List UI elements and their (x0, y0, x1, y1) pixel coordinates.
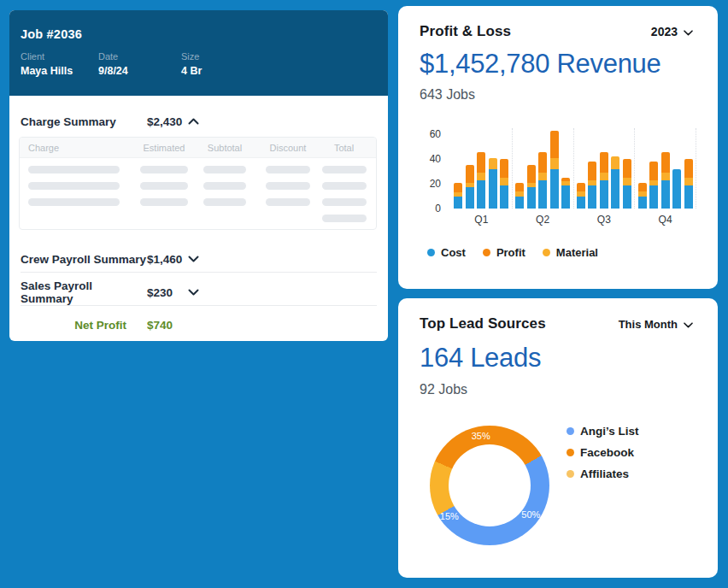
skeleton-cell (320, 198, 367, 206)
dashboard-page: Job #2036 Client Maya Hills Date 9/8/24 … (0, 0, 728, 588)
skeleton-cell (194, 166, 255, 173)
job-field-size: Size 4 Br (181, 51, 202, 77)
period-dropdown[interactable]: This Month (619, 318, 693, 331)
chevron-down-icon[interactable] (188, 289, 199, 296)
stacked-bar (538, 152, 547, 209)
bar-segment-cost (661, 180, 670, 209)
stacked-bar (577, 183, 585, 209)
bar-segment-material (477, 173, 485, 180)
sales-payroll-value: $230 (147, 286, 186, 299)
job-fields: Client Maya Hills Date 9/8/24 Size 4 Br (21, 51, 376, 77)
legend-label: Facebook (580, 446, 634, 459)
stacked-bar (527, 165, 536, 209)
stacked-bar (477, 152, 485, 209)
skeleton-cell (194, 215, 255, 222)
legend-label: Material (556, 246, 598, 259)
skeleton-cell (255, 215, 320, 222)
period-dropdown-value: This Month (619, 318, 678, 331)
net-profit-row: Net Profit $740 (21, 313, 377, 337)
divider (21, 272, 377, 273)
stacked-bar (588, 162, 596, 209)
lead-sources-donut-chart: 50%15%35% (430, 426, 549, 545)
bar-segment-cost (454, 197, 462, 209)
crew-payroll-row[interactable]: Crew Payroll Summary $1,460 (21, 247, 377, 271)
donut-slice-label: 50% (521, 509, 540, 520)
lead-sources-header: Top Lead Sources This Month (398, 298, 718, 332)
skeleton-cell (28, 182, 134, 190)
skeleton-cell (320, 166, 367, 173)
size-label: Size (181, 51, 202, 62)
bar-segment-profit (577, 183, 585, 191)
x-axis-label: Q1 (451, 214, 512, 226)
skeleton-pill (203, 198, 246, 206)
job-field-date: Date 9/8/24 (98, 51, 181, 77)
skeleton-pill (266, 166, 310, 173)
bar-segment-cost (515, 197, 524, 209)
bar-segment-cost (649, 185, 658, 209)
bar-segment-material (684, 178, 693, 185)
chevron-down-icon[interactable] (188, 256, 199, 262)
bar-segment-profit (661, 152, 670, 173)
skeleton-pill (322, 215, 367, 222)
charge-table-skeleton: Charge Estimated Subtotal Discount Total (19, 137, 377, 230)
stacked-bar (672, 169, 681, 209)
bar-segment-profit (588, 162, 596, 180)
stacked-bar (638, 183, 647, 209)
skeleton-cell (194, 198, 255, 206)
legend-item-angi-s-list: Angi’s List (567, 425, 639, 438)
legend-dot-icon (567, 449, 574, 456)
bar-segment-material (489, 158, 497, 169)
donut-legend: Angi’s ListFacebookAffiliates (567, 425, 639, 480)
bar-quarter-group: Q4 (635, 128, 696, 209)
stacked-bar (611, 156, 619, 209)
skeleton-pill (203, 166, 246, 173)
skeleton-pill (322, 198, 367, 206)
lead-sources-card: Top Lead Sources This Month 164 Leads 92… (398, 298, 718, 578)
skeleton-pill (266, 182, 310, 190)
skeleton-cell (320, 215, 367, 222)
bar-quarter-group: Q3 (574, 128, 636, 209)
x-axis-label: Q4 (635, 214, 696, 226)
skeleton-pill (28, 166, 120, 173)
stacked-bar (561, 178, 570, 209)
charge-summary-value: $2,430 (147, 115, 186, 128)
bar-segment-profit (466, 165, 474, 182)
y-axis-tick: 60 (430, 128, 441, 140)
skeleton-row (28, 198, 367, 206)
bar-chart-legend: CostProfitMaterial (427, 246, 598, 259)
col-discount: Discount (255, 138, 320, 158)
size-value: 4 Br (181, 65, 202, 77)
sales-payroll-row[interactable]: Sales Payroll Summary $230 (21, 280, 377, 304)
job-card: Job #2036 Client Maya Hills Date 9/8/24 … (9, 10, 388, 341)
client-label: Client (21, 51, 98, 62)
bar-segment-profit (500, 159, 508, 178)
y-axis-tick: 20 (430, 178, 441, 190)
skeleton-row (28, 166, 367, 173)
year-dropdown[interactable]: 2023 (651, 25, 693, 38)
skeleton-cell (134, 215, 194, 222)
bar-segment-cost (600, 180, 608, 209)
stacked-bar (515, 183, 524, 209)
skeleton-cell (134, 198, 194, 206)
chevron-down-icon (684, 318, 693, 331)
bar-segment-cost (588, 185, 596, 209)
bar-segment-cost (500, 185, 508, 209)
bar-segment-profit (454, 183, 462, 193)
stacked-bar (684, 159, 693, 209)
chevron-up-icon[interactable] (188, 118, 199, 125)
skeleton-row (28, 215, 367, 222)
bar-segment-material (500, 178, 508, 185)
legend-label: Affiliates (580, 467, 629, 480)
bar-quarter-group: Q2 (513, 128, 574, 209)
legend-item-affiliates: Affiliates (567, 467, 629, 480)
skeleton-cell (255, 182, 320, 190)
bar-segment-cost (489, 169, 497, 209)
donut-slice-label: 15% (440, 511, 459, 521)
bar-segment-cost (561, 185, 570, 209)
charge-summary-row[interactable]: Charge Summary $2,430 (21, 109, 377, 133)
skeleton-pill (140, 182, 188, 190)
donut-hole (449, 444, 531, 526)
bar-chart-y-axis: 0204060 (417, 128, 441, 209)
stacked-bar (649, 162, 658, 209)
bar-segment-cost (684, 185, 693, 209)
